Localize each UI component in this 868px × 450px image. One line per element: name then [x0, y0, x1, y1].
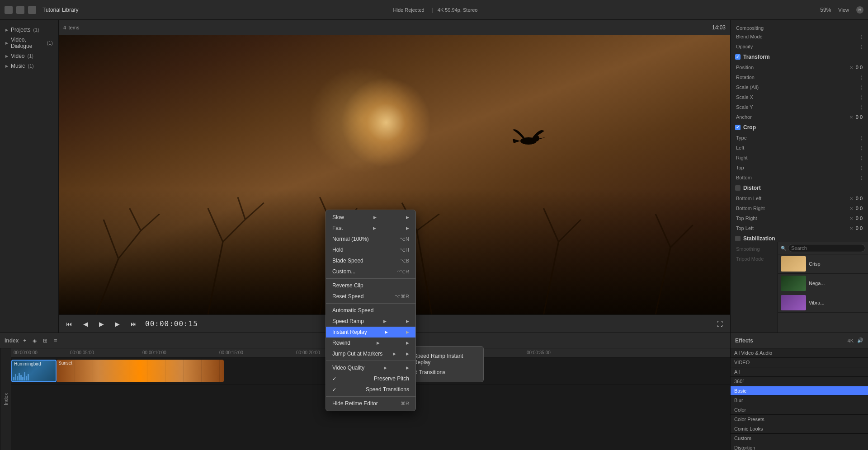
preview-duration: 14:03 [712, 24, 726, 31]
bottom-arrow[interactable]: ⟩ [861, 175, 863, 180]
effects-filter-color[interactable]: Color [731, 405, 868, 415]
sidebar-vd-label: Video, Dialogue [11, 37, 44, 49]
hide-rejected-btn[interactable]: Hide Rejected [391, 6, 427, 14]
stabilization-checkbox[interactable] [735, 236, 741, 241]
menu-item-blade-speed[interactable]: Blade Speed ⌥B [326, 255, 415, 266]
position-x-btn[interactable]: ✕ [849, 65, 853, 70]
crop-section[interactable]: ✓ Crop [731, 122, 868, 133]
top-arrow[interactable]: ⟩ [861, 165, 863, 170]
effects-filter-360[interactable]: 360° [731, 377, 868, 386]
bottom-right-row: Bottom Right ✕ 0 0 [731, 203, 868, 213]
scale-x-arrow[interactable]: ⟩ [861, 95, 863, 100]
menu-item-jump-cut[interactable]: Jump Cut at Markers ▶ [326, 348, 415, 359]
menu-item-auto-speed[interactable]: Automatic Speed [326, 305, 415, 316]
effects-list-scroll[interactable]: All Video & Audio VIDEO All 360° Basic B… [731, 348, 868, 450]
top-right-row: Top Right ✕ 0 0 [731, 213, 868, 223]
menu-item-speed-transitions[interactable]: ✓ Speed Transitions [326, 384, 415, 395]
menu-item-normal[interactable]: Normal (100%) ⌥N [326, 234, 415, 244]
bottom-right-x-btn[interactable]: ✕ [849, 206, 853, 211]
scale-y-row: Scale Y ⟩ [731, 102, 868, 112]
effect-item-nega[interactable]: Nega... [778, 274, 868, 293]
sidebar-vd-count: (1) [47, 40, 53, 46]
rotation-arrow[interactable]: ⟩ [861, 75, 863, 80]
svg-line-20 [656, 214, 670, 248]
transform-section[interactable]: ✓ Transform [731, 52, 868, 62]
top-label: Top [736, 165, 858, 170]
separator-3 [326, 361, 415, 361]
menu-hide-retime-shortcut: ⌘R [401, 401, 409, 407]
effects-filter-all-video[interactable]: All Video & Audio [731, 348, 868, 358]
menu-item-reverse[interactable]: Reverse Clip [326, 280, 415, 291]
menu-item-fast[interactable]: Fast ▶ [326, 223, 415, 234]
bottom-left-x-btn[interactable]: ✕ [849, 196, 853, 201]
scale-y-arrow[interactable]: ⟩ [861, 105, 863, 110]
view-btn[interactable]: View [835, 6, 852, 14]
clip-sunset[interactable]: Sunset [57, 360, 224, 382]
menu-item-reset[interactable]: Reset Speed ⌥⌘R [326, 291, 415, 302]
effect-item-crisp[interactable]: Crisp [778, 254, 868, 274]
time-mark-3: 00:00:15:00 [219, 350, 243, 355]
menu-item-preserve-pitch[interactable]: ✓ Preserve Pitch [326, 373, 415, 384]
effects-search-input[interactable] [788, 244, 865, 252]
effects-filter-blur[interactable]: Blur [731, 396, 868, 405]
tl-mark-btn[interactable]: ◈ [31, 337, 38, 345]
top-left-row: Top Left ✕ 0 0 [731, 223, 868, 233]
scale-all-arrow[interactable]: ⟩ [861, 85, 863, 90]
menu-item-slow[interactable]: Slow ▶ [326, 212, 415, 223]
menu-item-video-quality[interactable]: Video Quality ▶ [326, 362, 415, 373]
tl-add-btn[interactable]: + [21, 337, 28, 345]
effect-item-vibra[interactable]: Vibra... [778, 293, 868, 313]
distort-section[interactable]: Distort [731, 183, 868, 193]
effects-search-row: 🔍 [778, 242, 868, 254]
sidebar-item-projects[interactable]: ▶ Projects (1) [0, 25, 58, 35]
index-panel-label: Index [3, 393, 9, 405]
sidebar-item-video[interactable]: ▶ Video (1) [0, 51, 58, 61]
effects-filter-custom[interactable]: Custom [731, 434, 868, 443]
effects-filter-video[interactable]: VIDEO [731, 358, 868, 367]
menu-item-hold[interactable]: Hold ⌥H [326, 244, 415, 255]
top-left-x-btn[interactable]: ✕ [849, 226, 853, 231]
search-icon: 🔍 [781, 246, 786, 251]
type-arrow[interactable]: ⟩ [861, 136, 863, 141]
top-right-x-btn[interactable]: ✕ [849, 216, 853, 221]
menu-item-hide-retime[interactable]: Hide Retime Editor ⌘R [326, 398, 415, 409]
right-arrow[interactable]: ⟩ [861, 155, 863, 160]
position-label: Position [736, 65, 847, 70]
menu-item-instant-replay[interactable]: Instant Replay ▶ [326, 327, 415, 338]
menu-item-speed-ramp[interactable]: Speed Ramp ▶ [326, 316, 415, 327]
transform-checkbox[interactable]: ✓ [735, 54, 741, 60]
clip-hummingbird[interactable]: Hummingbird [11, 360, 57, 382]
skip-forward-btn[interactable]: ⏭ [128, 319, 140, 328]
left-arrow[interactable]: ⟩ [861, 145, 863, 150]
timeline-right-panel: Effects 4K 🔊 All Video & Audio VIDEO All… [730, 333, 868, 450]
user-avatar: H [856, 6, 863, 14]
opacity-arrow[interactable]: ⟩ [861, 44, 863, 49]
tl-zoom-btn[interactable]: ⊞ [41, 337, 49, 345]
effects-label: Effects [735, 338, 753, 344]
blend-mode-arrow[interactable]: ⟩ [861, 34, 863, 39]
svg-line-8 [238, 197, 245, 219]
fullscreen-btn[interactable]: ⛶ [714, 319, 726, 328]
sidebar-item-video-dialogue[interactable]: ▶ Video, Dialogue (1) [0, 35, 58, 51]
menu-normal-label: Normal (100%) [332, 236, 369, 242]
effect-thumb-nega [781, 276, 806, 291]
play-btn[interactable]: ▶ [96, 319, 107, 328]
effects-filter-color-presets[interactable]: Color Presets [731, 415, 868, 424]
frame-back-btn[interactable]: ◀ [80, 319, 91, 328]
menu-item-rewind[interactable]: Rewind ▶ [326, 338, 415, 348]
fast-submenu-arrow: ▶ [373, 226, 376, 230]
effects-filter-all[interactable]: All [731, 367, 868, 377]
bottom-left-value: 0 0 [856, 196, 863, 201]
effects-filter-basic[interactable]: Basic [731, 386, 868, 396]
effects-filter-distortion[interactable]: Distortion [731, 443, 868, 450]
crop-checkbox[interactable]: ✓ [735, 125, 741, 130]
menu-auto-label: Automatic Speed [332, 307, 373, 314]
distort-checkbox[interactable] [735, 185, 741, 191]
frame-forward-btn[interactable]: ▶ [112, 319, 123, 328]
tl-settings-btn[interactable]: ≡ [52, 337, 59, 345]
skip-back-btn[interactable]: ⏮ [63, 319, 75, 328]
sidebar-item-music[interactable]: ▶ Music (1) [0, 61, 58, 71]
effects-filter-comic[interactable]: Comic Looks [731, 424, 868, 434]
anchor-x-btn[interactable]: ✕ [849, 115, 853, 120]
menu-item-custom[interactable]: Custom... ^⌥R [326, 266, 415, 277]
